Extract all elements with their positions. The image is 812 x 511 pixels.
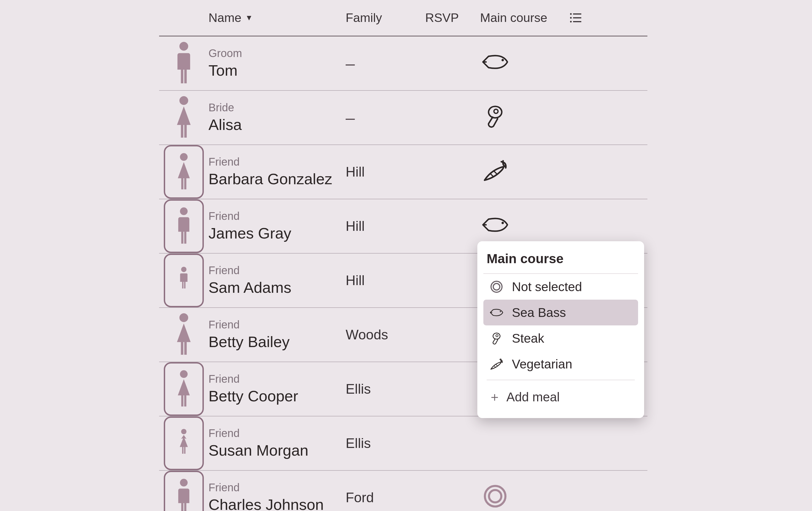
guest-role: Friend [208,319,346,330]
avatar-cell [159,309,208,360]
avatar[interactable] [164,471,204,511]
popup-separator [487,380,635,380]
list-icon [570,12,582,23]
avatar-cell [159,38,208,89]
family-cell: Woods [346,327,425,343]
meal-option-label: Sea Bass [512,305,566,320]
rsvp-cell[interactable] [425,219,480,233]
meal-option-none[interactable]: Not selected [483,274,638,300]
column-header-main-course[interactable]: Main course [480,11,560,25]
guest-name: Alisa [208,116,346,133]
girl-icon [176,428,192,458]
name-cell: Friend Charles Johnson [208,482,346,511]
table-row[interactable]: Groom Tom – [159,36,647,91]
name-cell: Groom Tom [208,48,346,79]
column-header-family[interactable]: Family [346,11,425,25]
guest-name: Charles Johnson [208,496,346,511]
avatar-cell [159,362,208,416]
column-header-name-label: Name [208,11,241,25]
name-cell: Friend Susan Morgan [208,428,346,459]
avatar-cell [159,471,208,511]
avatar[interactable] [165,38,202,89]
configure-columns-button[interactable] [560,12,592,23]
guest-name: Susan Morgan [208,442,346,459]
guest-role: Friend [208,428,346,439]
guest-role: Friend [208,211,346,221]
veg-icon [480,158,510,186]
name-cell: Friend Sam Adams [208,265,346,296]
rsvp-cell[interactable] [425,111,480,124]
avatar[interactable] [164,199,204,253]
table-row[interactable]: Friend Charles Johnson Ford [159,471,647,511]
table-row[interactable]: Bride Alisa – [159,91,647,145]
meal-option-fish[interactable]: Sea Bass [483,300,638,325]
check-icon [425,165,444,179]
add-meal-button[interactable]: ＋ Add meal [483,383,638,411]
avatar[interactable] [164,253,204,307]
family-cell: Hill [346,272,425,289]
plus-icon: ＋ [488,388,500,405]
veg-icon [488,358,505,371]
guest-role: Friend [208,156,346,167]
avatar[interactable] [164,416,204,470]
avatar[interactable] [164,362,204,416]
family-cell: Ford [346,490,425,506]
meal-option-label: Steak [512,331,544,346]
woman-icon [173,313,195,357]
meal-option-label: Vegetarian [512,357,572,371]
meal-cell[interactable] [480,484,560,511]
popup-title: Main course [483,248,638,274]
meal-cell[interactable] [480,104,560,131]
check-icon [425,491,444,504]
rsvp-cell[interactable] [425,491,480,504]
guest-name: Tom [208,62,346,79]
avatar[interactable] [165,309,202,360]
guest-name: Betty Bailey [208,333,346,350]
guest-role: Friend [208,373,346,384]
meal-option-veg[interactable]: Vegetarian [483,351,638,377]
name-cell: Friend Barbara Gonzalez [208,156,346,187]
table-row[interactable]: Friend Barbara Gonzalez Hill [159,145,647,199]
avatar-cell [159,253,208,307]
meal-cell[interactable] [480,50,560,77]
avatar-cell [159,416,208,470]
meal-cell[interactable] [480,212,560,240]
fish-icon [480,212,510,240]
fish-icon [480,50,510,77]
boy-icon [176,265,192,296]
table-row[interactable]: Friend Susan Morgan Ellis [159,416,647,471]
family-cell: Hill [346,218,425,234]
avatar-cell [159,199,208,253]
family-cell: Ellis [346,381,425,397]
family-cell: – [346,108,425,127]
meal-cell[interactable] [480,158,560,186]
name-cell: Friend James Gray [208,211,346,242]
check-icon [425,111,444,124]
man-icon [174,478,194,511]
fish-icon [488,306,505,319]
column-header-rsvp[interactable]: RSVP [425,11,480,25]
meal-option-steak[interactable]: Steak [483,325,638,351]
rsvp-cell[interactable] [425,165,480,179]
family-cell: – [346,54,425,73]
check-icon [425,219,444,233]
sort-desc-icon: ▼ [245,13,253,22]
steak-icon [480,104,510,131]
name-cell: Bride Alisa [208,102,346,133]
woman-icon [174,153,194,191]
none-icon [488,280,505,293]
guest-name: Barbara Gonzalez [208,171,346,187]
avatar[interactable] [164,145,204,199]
avatar[interactable] [165,92,202,143]
none-icon [480,484,510,511]
steak-icon [488,332,505,345]
table-header: Name ▼ Family RSVP Main course [159,0,647,36]
guest-role: Bride [208,102,346,113]
family-cell: Hill [346,164,425,180]
guest-role: Friend [208,265,346,276]
family-cell: Ellis [346,435,425,451]
name-cell: Friend Betty Bailey [208,319,346,350]
main-course-popup: Main course Not selected Sea Bass Steak … [477,241,644,418]
column-header-name[interactable]: Name ▼ [208,11,346,25]
rsvp-cell[interactable] [425,57,480,70]
